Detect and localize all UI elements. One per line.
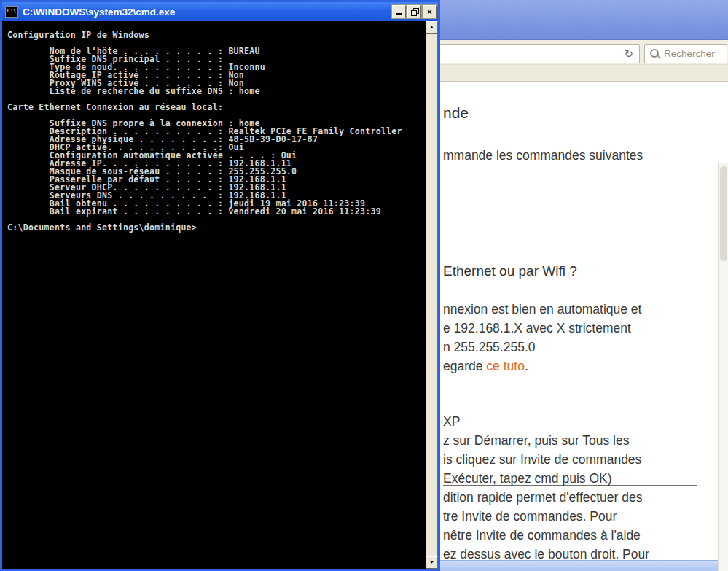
window-controls: × [392,5,437,18]
cmd-scrollbar[interactable]: ▲ ▼ [426,21,438,569]
scroll-down-button[interactable]: ▼ [426,556,438,569]
cmd-console: Configuration IP de Windows Nom de l'hôt… [2,21,438,569]
para-line: is cliquez sur Invite de commandes [443,452,641,467]
screen: ↻ Rechercher nde mmande les commandes su… [0,0,728,571]
tuto-line: egarde ce tuto. [443,359,528,374]
search-placeholder: Rechercher [664,48,715,59]
para-line: e 192.168.1.X avec X strictement [443,321,631,336]
bottom-bar [434,560,728,571]
search-box[interactable]: Rechercher [644,44,727,63]
para-line: z sur Démarrer, puis sur Tous les [443,433,629,448]
browser-scrollbar-thumb[interactable] [720,166,727,261]
para-line: Exécuter, tapez cmd puis OK) [443,471,612,486]
page-heading-fragment: nde [443,104,469,122]
tuto-link[interactable]: ce tuto [486,359,525,373]
cmd-window: C:\ C:\WINDOWS\system32\cmd.exe × Config… [0,0,440,571]
scroll-up-button[interactable]: ▲ [426,21,438,34]
intro-line: mmande les commandes suivantes [443,148,643,163]
cmd-titlebar[interactable]: C:\ C:\WINDOWS\system32\cmd.exe × [2,2,438,21]
cmd-window-title: C:\WINDOWS\system32\cmd.exe [23,7,392,18]
console-output: Configuration IP de Windows Nom de l'hôt… [2,21,438,232]
refresh-icon[interactable]: ↻ [624,46,633,61]
para-line: nnexion est bien en automatique et [443,302,641,317]
minimize-button[interactable] [392,5,406,18]
search-icon [650,49,659,58]
browser-scrollbar[interactable] [718,163,728,571]
para-line: dition rapide permet d'effectuer des [443,490,642,505]
para-line: n 255.255.255.0 [443,340,536,355]
wifi-heading-fragment: Ethernet ou par Wifi ? [443,263,577,279]
tuto-suffix: . [525,359,528,373]
restore-button[interactable] [407,5,421,18]
cmd-icon: C:\ [5,6,18,18]
restore-icon [411,8,418,15]
cmd-scrollbar-thumb[interactable] [426,34,438,556]
para-line: nêtre Invite de commandes à l'aide [443,528,641,543]
tuto-prefix: egarde [443,359,486,373]
xp-heading-fragment: XP [443,414,460,430]
para-line: tre Invite de commandes. Pour [443,509,617,524]
toolbar-divider [614,47,614,60]
minimize-icon [396,7,402,15]
close-button[interactable]: × [423,5,437,18]
